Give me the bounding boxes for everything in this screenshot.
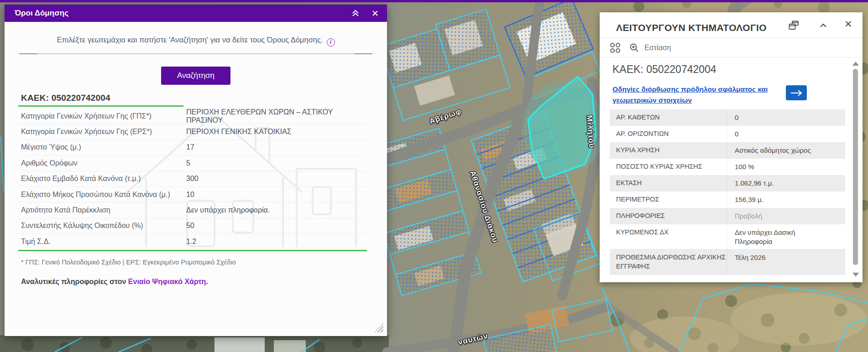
correction-instructions-link[interactable]: Οδηγίες διόρθωσης πρόδηλου σφάλματος και… xyxy=(612,84,780,106)
table-row: ΠΕΡΙΜΕΤΡΟΣ156,39 μ. xyxy=(610,192,845,208)
resize-handle[interactable] xyxy=(374,323,383,332)
collapse-icon[interactable] xyxy=(819,22,828,29)
table-row: Κατηγορία Γενικών Χρήσεων Γης (ΓΠΣ*)ΠΕΡΙ… xyxy=(18,109,367,124)
divider xyxy=(19,53,372,54)
go-arrow-button[interactable] xyxy=(786,85,807,100)
collapse-icon[interactable] xyxy=(350,8,361,18)
print-icon[interactable] xyxy=(789,21,800,31)
building-terms-table: Κατηγορία Γενικών Χρήσεων Γης (ΓΠΣ*)ΠΕΡΙ… xyxy=(18,109,367,250)
table-row: Ελάχιστο Εμβαδό Κατά Κανόνα (τ.μ.)300 xyxy=(18,171,367,187)
table-row: ΕΚΤΑΣΗ1.062,96 τ.μ. xyxy=(610,175,845,192)
table-row: Τιμή Σ.Δ.1.2 xyxy=(18,234,367,249)
table-row: Κατηγορία Γενικών Χρήσεων Γης (ΕΡΣ*)ΠΕΡΙ… xyxy=(18,124,367,140)
right-arrow-icon xyxy=(790,89,803,97)
view-link-disabled[interactable]: Προβολή xyxy=(727,212,762,221)
green-divider-bottom xyxy=(18,250,367,251)
parcel-attributes-table: ΑΡ. ΚΑΘΕΤΩΝ0 ΑΡ. ΟΡΙΖΟΝΤΙΩΝ0 ΚΥΡΙΑ ΧΡΗΣΗ… xyxy=(610,109,845,275)
scroll-up-arrow[interactable] xyxy=(852,62,859,66)
more-info-line: Αναλυτικές πληροφορίες στον Ενιαίο Ψηφια… xyxy=(21,278,208,286)
building-terms-dialog: Όροι Δόμησης ✕ Επιλέξτε γεωτεμάχιο και π… xyxy=(5,5,387,336)
info-icon[interactable]: i xyxy=(327,38,335,47)
table-row: Αριθμός Ορόφων5 xyxy=(18,155,367,171)
table-row: ΚΥΡΙΑ ΧΡΗΣΗΑστικός αδόμητος χώρος xyxy=(610,142,845,159)
dialog-title: Όροι Δόμησης xyxy=(15,9,68,18)
search-button[interactable]: Αναζήτηση xyxy=(161,67,230,85)
table-row: ΑΡ. ΟΡΙΖΟΝΤΙΩΝ0 xyxy=(610,126,845,142)
scroll-thumb[interactable] xyxy=(853,69,858,265)
kaek-heading: ΚΑΕΚ: 050220742004 xyxy=(21,93,110,103)
table-row: ΑΡ. ΚΑΘΕΤΩΝ0 xyxy=(610,109,845,126)
close-icon[interactable]: ✕ xyxy=(371,8,379,19)
panel-title: ΛΕΙΤΟΥΡΓΟΥΝ ΚΤΗΜΑΤΟΛΟΓΙΟ xyxy=(616,22,767,33)
related-records-icon[interactable] xyxy=(610,42,621,53)
instruction-text: Επιλέξτε γεωτεμάχιο και πατήστε 'Αναζήτη… xyxy=(5,36,387,47)
scroll-down-arrow[interactable] xyxy=(852,273,859,277)
close-icon[interactable]: ✕ xyxy=(844,19,852,30)
table-row: ΠΡΟΘΕΣΜΙΑ ΔΙΟΡΘΩΣΗΣ ΑΡΧΙΚΗΣ ΕΓΓΡΑΦΗΣΤέλη… xyxy=(610,249,845,275)
app-window: Αβέρωφ Αθανασίου Διάκου Μιλήτου ναυτών Ό… xyxy=(0,0,868,352)
footnote: * ΓΠΣ: Γενικό Πολεοδομικό Σχέδιο | ΕΡΣ: … xyxy=(21,259,236,266)
divider xyxy=(600,38,863,38)
table-row: Ελάχιστο Μήκος Προσώπου Κατά Κανόνα (μ.)… xyxy=(18,187,367,202)
table-row: ΠΛΗΡΟΦΟΡΙΕΣΠροβολή xyxy=(610,208,845,224)
kaek-heading: ΚΑΕΚ: 050220742004 xyxy=(612,63,716,76)
dialog-header[interactable]: Όροι Δόμησης ✕ xyxy=(5,5,387,22)
zoom-to-icon[interactable] xyxy=(629,42,640,53)
table-row: Συντελεστής Κάλυψης Οικοπέδου (%)50 xyxy=(18,218,367,234)
digital-map-link[interactable]: Ενιαίο Ψηφιακό Χάρτη xyxy=(128,278,206,285)
table-row: Αρτιότητα Κατά ΠαρέκκλισηΔεν υπάρχει πλη… xyxy=(18,202,367,218)
green-divider-top xyxy=(18,105,183,107)
table-row: ΠΟΣΟΣΤΟ ΚΥΡΙΑΣ ΧΡΗΣΗΣ100 % xyxy=(610,159,845,175)
app-top-bar-edge xyxy=(0,0,868,2)
zoom-to-label[interactable]: Εστίαση xyxy=(644,44,671,52)
cadastre-panel: ΛΕΙΤΟΥΡΓΟΥΝ ΚΤΗΜΑΤΟΛΟΓΙΟ ✕ Εστίαση xyxy=(600,12,863,282)
table-row: ΚΥΡΩΜΕΝΟΣ ΔΧΔεν υπάρχει Δασική Πληροφορί… xyxy=(610,224,845,249)
table-row: Μέγιστο Ύψος (μ.)17 xyxy=(18,140,367,155)
scrollbar[interactable] xyxy=(852,60,859,279)
divider xyxy=(600,57,863,57)
